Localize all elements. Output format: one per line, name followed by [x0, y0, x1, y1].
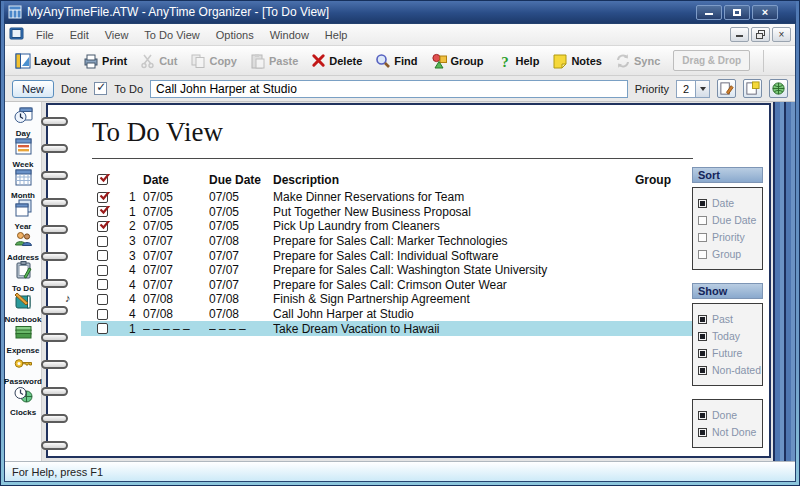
header-date[interactable]: Date: [143, 173, 209, 187]
header-due-date[interactable]: Due Date: [209, 173, 273, 187]
toolbar-find-button[interactable]: Find: [375, 53, 417, 69]
maximize-button[interactable]: [724, 5, 750, 20]
checkbox-icon[interactable]: [698, 233, 707, 242]
menu-help[interactable]: Help: [317, 25, 356, 45]
task-note-button[interactable]: [743, 79, 762, 98]
priority-dropdown[interactable]: 2: [676, 80, 710, 98]
panel-box-sort: DateDue DatePriorityGroup: [692, 187, 763, 270]
close-button[interactable]: ×: [752, 5, 778, 20]
sidebar-item-to-do[interactable]: To Do: [5, 260, 41, 291]
recurring-button[interactable]: [769, 79, 788, 98]
window-title: MyAnyTimeFile.ATW - AnyTime Organizer - …: [27, 5, 329, 19]
notebook-icon: [13, 291, 34, 316]
sync-icon: [615, 53, 631, 69]
done-checkbox[interactable]: [97, 279, 108, 290]
todo-row[interactable]: 407/0707/07Prepare for Sales Call: Crims…: [81, 278, 697, 293]
menu-view[interactable]: View: [97, 25, 137, 45]
checkbox-icon[interactable]: [698, 332, 707, 341]
sidebar-item-notebook[interactable]: Notebook: [5, 291, 41, 322]
binder-ring: [41, 144, 68, 153]
todo-row[interactable]: 307/0707/08Prepare for Sales Call: Marke…: [81, 234, 697, 249]
checkbox-icon[interactable]: [698, 216, 707, 225]
task-input[interactable]: [150, 80, 628, 98]
week-icon: [13, 136, 34, 161]
toolbar-help-button[interactable]: ?Help: [497, 53, 540, 69]
minimize-button[interactable]: [696, 5, 722, 20]
toolbar-layout-button[interactable]: Layout: [15, 53, 70, 69]
sidebar-item-month[interactable]: Month: [5, 167, 41, 198]
row-date: 07/05: [143, 190, 209, 204]
filter-option-done[interactable]: Done: [698, 409, 757, 421]
row-date: 07/08: [143, 307, 209, 321]
checkbox-icon[interactable]: [698, 411, 707, 420]
edit-details-button[interactable]: [717, 79, 736, 98]
sidebar-item-day[interactable]: Day: [5, 105, 41, 136]
filter-option-past[interactable]: Past: [698, 313, 757, 325]
binder-ring: [41, 306, 68, 315]
binder-ring: [41, 441, 68, 450]
done-checkbox[interactable]: [97, 294, 108, 305]
menu-options[interactable]: Options: [208, 25, 262, 45]
todo-row[interactable]: 1– – – – –– – – –Take Dream Vacation to …: [81, 321, 697, 336]
menu-todo-view[interactable]: To Do View: [136, 25, 207, 45]
todo-row[interactable]: 407/0707/07Prepare for Sales Call: Washi…: [81, 263, 697, 278]
menu-edit[interactable]: Edit: [62, 25, 97, 45]
notes-icon: [552, 53, 568, 69]
filter-option-due-date[interactable]: Due Date: [698, 214, 757, 226]
sidebar-item-password[interactable]: Password: [5, 353, 41, 384]
checkbox-icon[interactable]: [698, 349, 707, 358]
toolbar-notes-button[interactable]: Notes: [552, 53, 602, 69]
dropdown-arrow-icon[interactable]: [695, 81, 709, 97]
child-minimize-button[interactable]: [730, 27, 749, 42]
row-description: Call John Harper at Studio: [273, 307, 635, 321]
menu-window[interactable]: Window: [262, 25, 317, 45]
checkbox-icon[interactable]: [698, 199, 707, 208]
done-checkbox[interactable]: [97, 236, 108, 247]
done-checkbox[interactable]: [97, 309, 108, 320]
sidebar-item-clocks[interactable]: Clocks: [5, 384, 41, 415]
filter-option-not-done[interactable]: Not Done: [698, 426, 757, 438]
filter-option-date[interactable]: Date: [698, 197, 757, 209]
sidebar-item-address[interactable]: Address: [5, 229, 41, 260]
checkbox-icon[interactable]: [698, 366, 707, 375]
todo-row[interactable]: 207/0507/05Pick Up Laundry from Cleaners: [81, 219, 697, 234]
done-checkbox[interactable]: [97, 250, 108, 261]
done-checkbox[interactable]: [97, 323, 108, 334]
checkbox-icon[interactable]: [698, 250, 707, 259]
sidebar-item-year[interactable]: Year: [5, 198, 41, 229]
checkbox-icon[interactable]: [698, 428, 707, 437]
toolbar-print-button[interactable]: Print: [83, 53, 127, 69]
done-checkbox[interactable]: [97, 192, 108, 203]
todo-row[interactable]: 107/0507/05Put Together New Business Pro…: [81, 205, 697, 220]
menu-file[interactable]: File: [28, 25, 62, 45]
toolbar-delete-button[interactable]: Delete: [311, 53, 362, 68]
edit-row: New Done ✓ To Do Priority 2: [5, 76, 795, 102]
year-icon: [13, 198, 34, 223]
done-checkbox[interactable]: [97, 221, 108, 232]
filter-option-future[interactable]: Future: [698, 347, 757, 359]
filter-option-group[interactable]: Group: [698, 248, 757, 260]
todo-row[interactable]: 307/0707/07Prepare for Sales Call: Indiv…: [81, 248, 697, 263]
todo-checkbox[interactable]: ✓: [94, 82, 107, 95]
todo-row[interactable]: ♪407/0807/08Finish & Sign Partnership Ag…: [81, 292, 697, 307]
filter-option-today[interactable]: Today: [698, 330, 757, 342]
checkbox-icon[interactable]: [698, 315, 707, 324]
child-restore-button[interactable]: [751, 27, 770, 42]
new-button[interactable]: New: [12, 80, 54, 98]
sidebar-item-expense[interactable]: Expense: [5, 322, 41, 353]
todo-row[interactable]: 107/0507/05Make Dinner Reservations for …: [81, 190, 697, 205]
toolbar-cut-button: Cut: [140, 53, 177, 69]
toolbar-separator: [763, 50, 764, 72]
done-column-icon: [97, 174, 108, 185]
sidebar-item-week[interactable]: Week: [5, 136, 41, 167]
filter-option-non-dated[interactable]: Non-dated: [698, 364, 757, 376]
child-close-button[interactable]: ×: [772, 27, 791, 42]
done-checkbox[interactable]: [97, 206, 108, 217]
done-checkbox[interactable]: [97, 265, 108, 276]
header-group[interactable]: Group: [635, 173, 697, 187]
expense-icon: [13, 322, 34, 347]
header-description[interactable]: Description: [273, 173, 635, 187]
filter-option-priority[interactable]: Priority: [698, 231, 757, 243]
todo-row[interactable]: 407/0807/08Call John Harper at Studio: [81, 307, 697, 322]
toolbar-group-button[interactable]: Group: [431, 53, 484, 69]
